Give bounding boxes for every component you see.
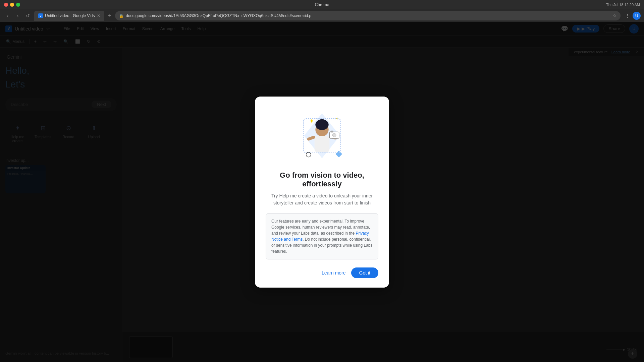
modal-overlay: ✦ ✦ Go from vision to video, effortlessl…	[0, 22, 644, 362]
browser-bar: ‹ › ↺ V Untitled video - Google Vids ✕ +…	[0, 9, 644, 22]
modal-title: Go from vision to video, effortlessly	[266, 171, 378, 188]
modal-illustration: ✦ ✦	[292, 107, 352, 164]
new-tab-button[interactable]: +	[106, 12, 113, 19]
svg-rect-8	[330, 131, 333, 132]
reload-button[interactable]: ↺	[23, 11, 32, 20]
browser-actions: ⋮ U	[625, 12, 641, 20]
url-text: docs.google.com/videos/d/1At53AGG3OnzQpF…	[126, 13, 611, 18]
svg-point-7	[332, 133, 336, 137]
titlebar-app-name: Chrome	[315, 2, 329, 7]
tab-title: Untitled video - Google Vids	[45, 13, 95, 18]
titlebar-right: Thu Jul 18 12:20 AM	[606, 3, 640, 7]
profile-avatar[interactable]: U	[633, 12, 641, 20]
active-tab[interactable]: V Untitled video - Google Vids ✕	[34, 11, 104, 21]
extensions-icon[interactable]: ⋮	[625, 13, 630, 18]
gemini-intro-modal: ✦ ✦ Go from vision to video, effortlessl…	[255, 97, 389, 288]
traffic-lights[interactable]	[4, 3, 20, 7]
got-it-button[interactable]: Got it	[351, 267, 378, 278]
fullscreen-window-button[interactable]	[16, 3, 20, 7]
tab-area: V Untitled video - Google Vids ✕ +	[34, 11, 113, 21]
close-window-button[interactable]	[4, 3, 8, 7]
forward-button[interactable]: ›	[13, 11, 22, 20]
learn-more-button[interactable]: Learn more	[322, 270, 346, 276]
svg-rect-11	[335, 150, 342, 157]
macos-titlebar: Chrome Thu Jul 18 12:20 AM	[0, 0, 644, 9]
app-container: V Untitled video ☆ File Edit View Insert…	[0, 22, 644, 362]
modal-subtitle: Try Help me create a video to unleash yo…	[266, 192, 378, 206]
svg-point-2	[315, 119, 328, 130]
titlebar-chrome-label: Chrome	[315, 2, 329, 7]
nav-buttons[interactable]: ‹ › ↺	[3, 11, 32, 20]
titlebar-time: Thu Jul 18 12:20 AM	[606, 3, 640, 7]
minimize-window-button[interactable]	[10, 3, 14, 7]
tab-favicon: V	[38, 13, 43, 18]
address-bar[interactable]: 🔒 docs.google.com/videos/d/1At53AGG3OnzQ…	[115, 11, 621, 20]
svg-rect-3	[315, 136, 330, 152]
back-button[interactable]: ‹	[3, 11, 12, 20]
tab-close-button[interactable]: ✕	[97, 13, 100, 18]
modal-notice-box: Our features are early and experimental.…	[266, 213, 378, 259]
bookmark-icon[interactable]: ☆	[613, 13, 616, 18]
lock-icon: 🔒	[119, 14, 124, 18]
modal-actions: Learn more Got it	[266, 267, 378, 278]
